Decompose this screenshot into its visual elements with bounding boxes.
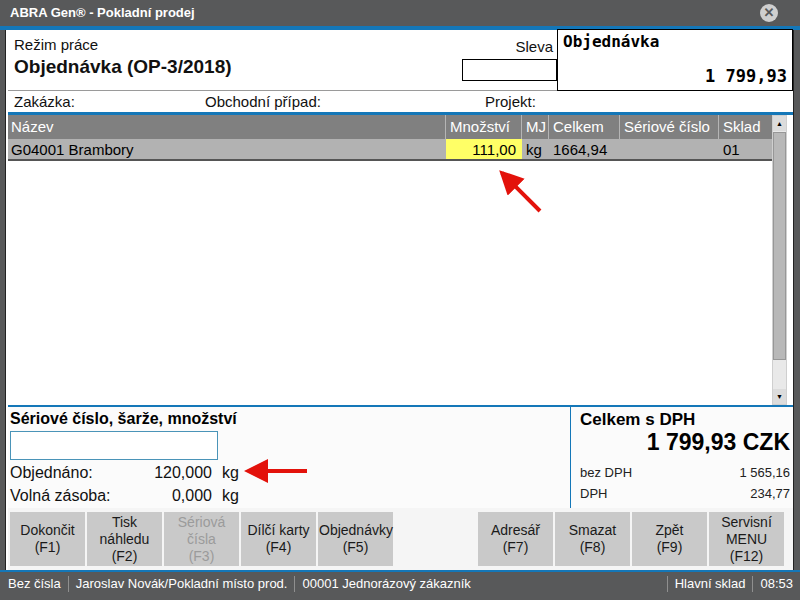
table-header-row: Název Množství MJ Celkem Sériové číslo S… — [8, 115, 772, 139]
column-header-warehouse: Sklad — [719, 115, 772, 139]
detail-panel: Sériové číslo, šarže, množství Objednáno… — [8, 405, 793, 508]
serial-entry-label: Sériové číslo, šarže, množství — [10, 410, 237, 428]
window-border-left — [0, 30, 6, 570]
free-stock-label: Volná zásoba: — [10, 487, 138, 505]
free-stock-unit: kg — [212, 487, 239, 505]
vertical-scrollbar[interactable]: ▲ ▼ — [772, 115, 787, 405]
free-stock-value: 0,000 — [138, 487, 212, 505]
window-border-bottom — [0, 596, 800, 600]
window-border-right — [793, 30, 800, 570]
address-book-button[interactable]: Adresář (F7) — [478, 512, 553, 566]
context-row: Zakázka: Obchodní případ: Projekt: — [8, 92, 793, 112]
finish-button[interactable]: Dokončit (F1) — [10, 512, 85, 566]
print-preview-button[interactable]: Tisk náhledu (F2) — [87, 512, 162, 566]
ordered-row: Objednáno: 120,000 kg — [10, 464, 240, 482]
work-mode-label: Režim práce — [14, 36, 98, 53]
cell-total: 1664,94 — [549, 139, 620, 159]
window-title: ABRA Gen® - Pokladní prodej — [10, 5, 195, 20]
sub-cards-button[interactable]: Dílčí karty (F4) — [241, 512, 316, 566]
cell-unit: kg — [522, 139, 549, 159]
title-bar: ABRA Gen® - Pokladní prodej — [0, 0, 800, 26]
vat-label: DPH — [580, 486, 607, 501]
discount-label: Sleva — [453, 38, 553, 55]
customer-display-total: 1 799,93 — [705, 66, 787, 86]
net-row: bez DPH 1 565,16 — [580, 465, 790, 480]
serial-numbers-button: Sériová čísla (F3) — [164, 512, 239, 566]
net-label: bez DPH — [580, 465, 632, 480]
table-row[interactable]: G04001 Brambory 111,00 kg 1664,94 01 — [8, 139, 772, 161]
customer-display-doc-type: Objednávka — [563, 32, 659, 51]
column-header-total: Celkem — [549, 115, 620, 139]
business-case-label: Obchodní případ: — [205, 93, 321, 110]
total-with-vat-value: 1 799,93 CZK — [647, 429, 790, 456]
pos-window: ABRA Gen® - Pokladní prodej ✕ Režim prác… — [0, 0, 800, 600]
serial-entry-input[interactable] — [10, 431, 218, 460]
cell-warehouse: 01 — [719, 139, 772, 159]
close-icon[interactable]: ✕ — [760, 4, 778, 22]
button-group-left: Dokončit (F1) Tisk náhledu (F2) Sériová … — [10, 512, 393, 566]
back-button[interactable]: Zpět (F9) — [632, 512, 707, 566]
delete-button[interactable]: Smazat (F8) — [555, 512, 630, 566]
function-button-bar: Dokončit (F1) Tisk náhledu (F2) Sériová … — [8, 508, 793, 570]
cell-quantity[interactable]: 111,00 — [446, 139, 522, 159]
orders-button[interactable]: Objednávky (F5) — [318, 512, 393, 566]
status-warehouse: Hlavní sklad — [667, 576, 753, 592]
column-header-serial: Sériové číslo — [620, 115, 719, 139]
column-header-quantity: Množství — [446, 115, 522, 139]
vat-value: 234,77 — [750, 486, 790, 501]
customer-display: Objednávka 1 799,93 — [557, 29, 793, 91]
service-menu-button[interactable]: Servisní MENU (F12) — [709, 512, 784, 566]
ordered-value: 120,000 — [138, 464, 212, 482]
status-time: 08:53 — [752, 576, 800, 592]
vat-row: DPH 234,77 — [580, 486, 790, 501]
status-document-number: Bez čísla — [0, 576, 69, 592]
items-table: Název Množství MJ Celkem Sériové číslo S… — [8, 115, 793, 405]
scroll-down-icon[interactable]: ▼ — [773, 389, 786, 404]
net-value: 1 565,16 — [739, 465, 790, 480]
ordered-unit: kg — [212, 464, 239, 482]
total-with-vat-label: Celkem s DPH — [580, 410, 695, 430]
status-bar: Bez čísla Jaroslav Novák/Pokladní místo … — [0, 572, 800, 596]
button-group-right: Adresář (F7) Smazat (F8) Zpět (F9) Servi… — [478, 512, 784, 566]
column-header-name: Název — [8, 115, 446, 139]
work-mode-value: Objednávka (OP-3/2018) — [14, 56, 232, 78]
project-label: Projekt: — [485, 93, 536, 110]
discount-input[interactable] — [462, 59, 557, 81]
header-panel: Režim práce Objednávka (OP-3/2018) Sleva… — [8, 30, 793, 91]
status-customer: 00001 Jednorázový zákazník — [295, 576, 477, 592]
scroll-up-icon[interactable]: ▲ — [773, 116, 786, 131]
ordered-label: Objednáno: — [10, 464, 138, 482]
cell-name: G04001 Brambory — [8, 139, 446, 159]
cell-serial — [620, 139, 719, 159]
status-operator: Jaroslav Novák/Pokladní místo prod. — [69, 576, 296, 592]
column-header-unit: MJ — [522, 115, 549, 139]
order-label: Zakázka: — [14, 93, 75, 110]
free-stock-row: Volná zásoba: 0,000 kg — [10, 487, 240, 505]
scrollbar-thumb[interactable] — [773, 132, 786, 360]
panel-divider — [570, 407, 571, 508]
